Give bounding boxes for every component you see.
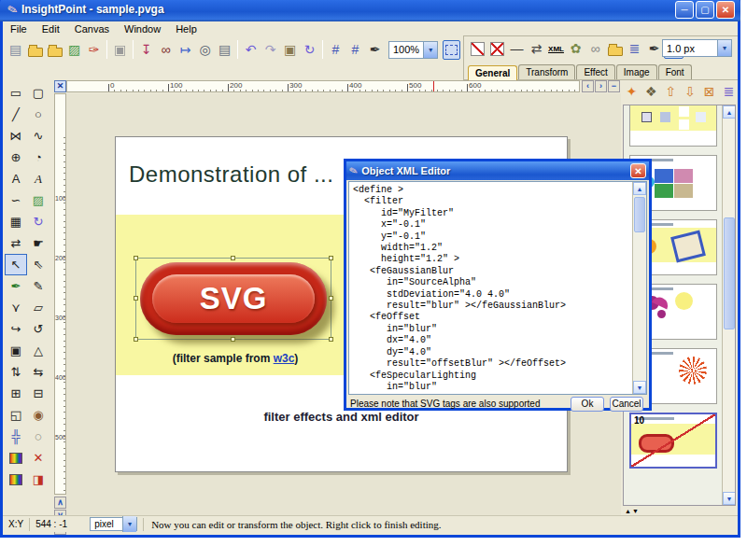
page-thumbnail[interactable] [629,105,717,147]
capture-button[interactable]: ▣ [280,40,300,60]
ok-button[interactable]: Ok [571,397,604,412]
print-button[interactable]: ▤ [215,40,234,60]
stroke-width-dropdown[interactable]: 1.0 px ▾ [662,39,732,57]
group-tool[interactable]: ⊞ [5,383,27,404]
transform-shape-tool[interactable]: ▣ [5,340,27,361]
selection-handle[interactable] [134,337,138,342]
no-fill-button[interactable] [468,39,487,59]
scroll-up-icon[interactable]: ▲ [723,105,736,119]
selection-handle[interactable] [231,256,235,260]
svg-logo[interactable]: SVG [140,262,327,335]
direct-select-tool[interactable]: ⇖ [27,254,49,275]
combine-tool[interactable]: ◱ [5,404,27,426]
shear-tool[interactable]: ▱ [27,297,49,318]
freehand-pen-button[interactable]: ✒ [365,40,385,60]
duplicate-page-button[interactable]: ❖ [642,82,660,102]
gradient-tool[interactable] [5,447,27,469]
tab-font[interactable]: Font [658,64,692,79]
zoom-dropdown[interactable]: 100% ▾ [388,41,438,59]
menu-canvas[interactable]: Canvas [67,23,117,35]
freehand-tool[interactable]: ∽ [5,189,27,211]
xml-editor-button[interactable]: XML [546,39,566,59]
close-canvas-button[interactable]: ✕ [54,80,66,92]
scroll-down-icon[interactable]: ▼ [633,381,646,394]
dialog-title-bar[interactable]: ✎ Object XML Editor ✕ [346,161,649,180]
library-button[interactable] [605,39,625,59]
pie-tool[interactable]: ◔ [27,147,49,168]
xml-editor-dialog[interactable]: ✎ Object XML Editor ✕ <define > <filter … [344,159,652,411]
grid-button[interactable]: # [326,40,345,60]
undo-button[interactable]: ↶ [241,40,261,60]
hyperlink-button[interactable]: ∞ [585,39,605,59]
dialog-scrollbar[interactable]: ▲ ▼ [632,182,646,394]
scrollbar-thumb[interactable] [634,197,645,232]
polygon-tool[interactable]: ⋈ [5,125,27,147]
unit-dropdown[interactable]: pixel ▾ [90,517,137,531]
xml-content[interactable]: <define > <filter id="MyFilter" x="-0.1"… [349,182,646,396]
draw-pen-button[interactable]: ✒ [644,39,664,59]
fill-color-tool[interactable]: ◨ [27,469,49,490]
selection-handle[interactable] [134,256,138,260]
pencil-tool[interactable]: ✎ [27,275,49,297]
scroll-up-icon[interactable]: ▲ [633,182,646,195]
effects-button[interactable]: ✿ [566,39,585,59]
selection-handle[interactable] [329,337,333,342]
dialog-close-button[interactable]: ✕ [630,163,646,178]
rotate-tool[interactable]: ↺ [27,318,49,340]
text-tool[interactable]: A [5,168,27,189]
scroll-left-button[interactable]: ‹ [582,80,594,92]
selection-handle[interactable] [134,296,138,301]
node-edit-tool[interactable]: ⋎ [5,297,27,318]
ellipse-tool[interactable]: ○ [27,104,49,125]
refresh-button[interactable]: ↻ [300,40,319,60]
collapse-ruler-button[interactable]: − [608,80,620,92]
zoom-preview-button[interactable]: ◎ [195,40,215,60]
tab-general[interactable]: General [468,65,517,80]
convert-curve-tool[interactable]: ↪ [5,318,27,340]
selection-handle[interactable] [329,296,333,301]
flip-vertical-tool[interactable]: ⇅ [5,361,27,383]
insert-page-button[interactable]: ✦ [623,82,641,102]
no-stroke-button[interactable] [487,39,507,59]
selection-handle[interactable] [329,256,333,260]
page-thumbnail[interactable]: 10 [629,413,717,469]
table-tool[interactable]: ▦ [5,211,27,232]
fill-gradient-tool[interactable] [5,469,27,490]
pan-tool[interactable]: ☛ [27,232,49,254]
scroll-down-icon[interactable]: ▼ [723,492,736,505]
ungroup-tool[interactable]: ⊟ [27,383,49,404]
tab-image[interactable]: Image [616,64,657,79]
rounded-rectangle-tool[interactable]: ▢ [27,82,49,104]
flip-horizontal-tool[interactable]: ⇆ [27,361,49,383]
move-page-up-button[interactable]: ⇧ [662,82,680,102]
apply-button[interactable]: ↦ [176,40,195,60]
tab-transform[interactable]: Transform [518,64,575,79]
export-button[interactable]: ✑ [84,40,104,60]
line-tool[interactable]: ╱ [5,104,27,125]
cancel-button[interactable]: Cancel [610,397,643,412]
artistic-text-tool[interactable]: A [27,168,49,189]
minimize-button[interactable]: ─ [675,1,694,19]
stroke-line-button[interactable]: — [507,39,527,59]
scroll-up-button[interactable]: ∧ [54,497,66,509]
menu-file[interactable]: File [3,23,35,35]
snap-grid-button[interactable]: # [345,40,365,60]
transform-triangle-tool[interactable]: △ [27,340,49,361]
blend-tool[interactable]: ◉ [27,404,49,426]
tab-effect[interactable]: Effect [576,64,614,79]
menu-window[interactable]: Window [117,23,168,35]
insert-image-button[interactable]: ▨ [64,40,84,60]
save-button[interactable]: ▣ [110,40,130,60]
close-button[interactable]: ✕ [716,1,735,19]
redo-button[interactable]: ↷ [261,40,280,60]
eyedropper-tool[interactable]: ✒ [5,275,27,297]
selection-mode-button[interactable] [443,40,460,60]
menu-edit[interactable]: Edit [35,23,67,35]
select-tool[interactable]: ↖ [5,254,27,275]
arc-tool[interactable]: ⊕ [5,147,27,168]
connector-lines-tool[interactable]: ⇄ [5,232,27,254]
thumbnails-scrollbar[interactable]: ▲ ▼ [722,105,735,505]
maximize-button[interactable]: ▢ [696,1,714,19]
polyline-tool[interactable]: ∿ [27,125,49,147]
scroll-right-button[interactable]: › [595,80,607,92]
